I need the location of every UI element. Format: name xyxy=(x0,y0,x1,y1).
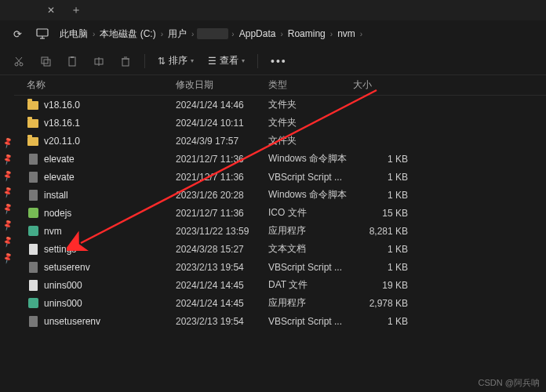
copy-icon[interactable] xyxy=(35,50,56,72)
more-button[interactable]: ••• xyxy=(266,55,292,67)
file-name: elevate xyxy=(44,172,75,183)
file-size: 1 KB xyxy=(353,262,416,273)
table-row[interactable]: install2023/1/26 20:28Windows 命令脚本1 KB xyxy=(14,186,546,204)
file-icon xyxy=(27,315,39,328)
file-type: 文件夹 xyxy=(268,116,353,129)
breadcrumb[interactable]: 此电脑›本地磁盘 (C:)›用户››AppData›Roaming›nvm› xyxy=(58,27,538,41)
file-name: unins000 xyxy=(44,298,82,309)
sort-button[interactable]: ⇅排序▾ xyxy=(153,54,198,67)
table-row[interactable]: nodejs2021/12/7 11:36ICO 文件15 KB xyxy=(14,204,546,222)
file-size: 2,978 KB xyxy=(353,298,416,309)
file-name: v18.16.1 xyxy=(44,118,80,129)
refresh-button[interactable]: ⟳ xyxy=(8,24,27,43)
file-size: 1 KB xyxy=(353,244,416,255)
file-icon xyxy=(27,189,39,201)
header-size[interactable]: 大小 xyxy=(353,78,416,92)
pin-icon[interactable]: 📌 xyxy=(1,219,13,231)
file-modified: 2024/1/24 14:45 xyxy=(176,298,268,309)
file-list: 名称 修改日期 类型 大小 v18.16.02024/1/24 14:46文件夹… xyxy=(14,75,546,376)
monitor-icon[interactable] xyxy=(33,24,52,43)
header-name[interactable]: 名称 xyxy=(27,78,176,92)
table-row[interactable]: elevate2021/12/7 11:36Windows 命令脚本1 KB xyxy=(14,150,546,168)
chevron-right-icon: › xyxy=(360,30,362,38)
breadcrumb-item[interactable]: AppData xyxy=(238,28,278,39)
table-row[interactable]: unins0002024/1/24 14:45DAT 文件19 KB xyxy=(14,276,546,294)
table-row[interactable]: unins0002024/1/24 14:45应用程序2,978 KB xyxy=(14,294,546,312)
file-type: VBScript Script ... xyxy=(268,316,353,327)
svg-rect-13 xyxy=(122,59,129,66)
breadcrumb-item[interactable]: 用户 xyxy=(166,27,188,41)
file-name: nvm xyxy=(44,226,62,237)
svg-rect-7 xyxy=(42,57,48,64)
file-type: 文件夹 xyxy=(268,98,353,111)
tab-bar: ✕ ＋ xyxy=(0,0,546,20)
rename-icon[interactable] xyxy=(88,50,110,72)
navigation-bar: ⟳ 此电脑›本地磁盘 (C:)›用户››AppData›Roaming›nvm› xyxy=(0,20,546,47)
file-name: unins000 xyxy=(44,280,82,291)
table-row[interactable]: v18.16.02024/1/24 14:46文件夹 xyxy=(14,96,546,114)
pin-icon[interactable]: 📌 xyxy=(1,252,13,264)
table-row[interactable]: v18.16.12024/1/24 10:11文件夹 xyxy=(14,114,546,132)
header-modified[interactable]: 修改日期 xyxy=(176,78,268,92)
pin-icon[interactable]: 📌 xyxy=(1,186,13,198)
file-modified: 2024/1/24 14:46 xyxy=(176,100,268,111)
pin-icon[interactable]: 📌 xyxy=(1,136,13,149)
breadcrumb-item[interactable]: Roaming xyxy=(286,28,327,39)
file-type: VBScript Script ... xyxy=(268,262,353,273)
toolbar: ⇅排序▾ ☰查看▾ ••• xyxy=(0,47,546,75)
file-name: nodejs xyxy=(44,208,71,219)
table-row[interactable]: setuserenv2023/2/13 19:54VBScript Script… xyxy=(14,258,546,276)
file-size: 1 KB xyxy=(353,172,416,183)
delete-icon[interactable] xyxy=(115,50,136,72)
pin-icon[interactable]: 📌 xyxy=(1,169,13,182)
cut-icon[interactable] xyxy=(8,50,30,72)
tab-close-button[interactable]: ✕ xyxy=(39,5,63,16)
file-name: v18.16.0 xyxy=(44,100,80,111)
file-modified: 2024/3/28 15:27 xyxy=(176,244,268,255)
file-type: 文本文档 xyxy=(268,242,353,256)
pin-icon[interactable]: 📌 xyxy=(1,235,13,248)
table-row[interactable]: unsetuserenv2023/2/13 19:54VBScript Scri… xyxy=(14,312,546,330)
svg-rect-0 xyxy=(37,29,48,36)
file-type: 应用程序 xyxy=(268,224,353,238)
folder-icon xyxy=(27,135,39,147)
file-name: setuserenv xyxy=(44,262,90,273)
file-size: 1 KB xyxy=(353,316,416,327)
table-row[interactable]: nvm2023/11/22 13:59应用程序8,281 KB xyxy=(14,222,546,240)
pin-icon[interactable]: 📌 xyxy=(1,202,13,215)
file-size: 1 KB xyxy=(353,154,416,165)
breadcrumb-item[interactable] xyxy=(197,28,228,39)
svg-rect-10 xyxy=(71,56,74,58)
breadcrumb-item[interactable]: 此电脑 xyxy=(58,27,89,41)
file-size: 19 KB xyxy=(353,280,416,291)
svg-rect-9 xyxy=(69,57,75,66)
tab-new-button[interactable]: ＋ xyxy=(63,3,89,17)
file-name: unsetuserenv xyxy=(44,316,100,327)
file-type: DAT 文件 xyxy=(268,278,353,292)
breadcrumb-item[interactable]: 本地磁盘 (C:) xyxy=(98,27,157,41)
pin-icon[interactable]: 📌 xyxy=(1,153,13,165)
file-type: 应用程序 xyxy=(268,296,353,310)
file-modified: 2023/11/22 13:59 xyxy=(176,226,268,237)
table-row[interactable]: settings2024/3/28 15:27文本文档1 KB xyxy=(14,240,546,258)
column-headers[interactable]: 名称 修改日期 类型 大小 xyxy=(14,75,546,96)
table-row[interactable]: elevate2021/12/7 11:36VBScript Script ..… xyxy=(14,168,546,186)
file-icon xyxy=(27,243,39,256)
chevron-right-icon: › xyxy=(231,30,234,38)
table-row[interactable]: v20.11.02024/3/9 17:57文件夹 xyxy=(14,132,546,150)
application-icon xyxy=(27,225,39,238)
view-button[interactable]: ☰查看▾ xyxy=(203,54,249,67)
watermark: CSDN @阿兵呐 xyxy=(479,377,540,389)
file-size: 15 KB xyxy=(353,208,416,219)
paste-icon[interactable] xyxy=(61,50,83,72)
file-modified: 2023/1/26 20:28 xyxy=(176,190,268,201)
header-type[interactable]: 类型 xyxy=(268,78,353,92)
file-name: settings xyxy=(44,244,76,255)
pinned-bar: 📌 📌 📌 📌 📌 📌 📌 📌 xyxy=(0,75,14,376)
chevron-right-icon: › xyxy=(161,30,163,38)
file-modified: 2023/2/13 19:54 xyxy=(176,316,268,327)
nodejs-icon xyxy=(27,207,39,220)
file-icon xyxy=(27,261,39,274)
breadcrumb-item[interactable]: nvm xyxy=(336,28,357,39)
content-area: 📌 📌 📌 📌 📌 📌 📌 📌 名称 修改日期 类型 大小 v18.16.020… xyxy=(0,75,546,376)
